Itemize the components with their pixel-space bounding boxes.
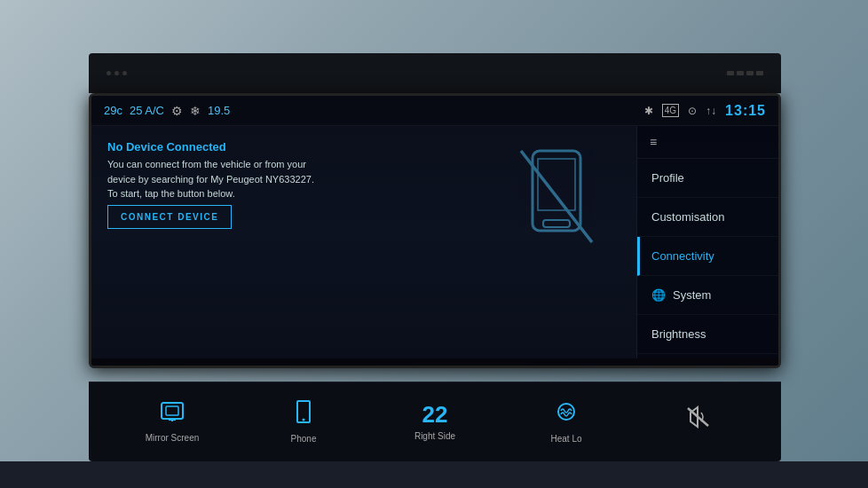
svg-point-8 — [303, 419, 305, 421]
sidebar-item-brightness[interactable]: Brightness — [637, 315, 778, 354]
phone-label: Phone — [291, 434, 317, 444]
crossed-phone-icon — [517, 146, 596, 248]
sidebar-item-customisation[interactable]: Customisation — [637, 198, 778, 237]
sidebar-item-profile[interactable]: Profile — [637, 159, 778, 198]
status-left: 29c 25 A/C ⚙ ❄ 19.5 — [104, 104, 230, 118]
signal-icon: ↑↓ — [706, 105, 716, 117]
sidebar-header: ≡ — [637, 126, 778, 159]
connectivity-label: Connectivity — [651, 249, 714, 263]
left-content-area: No Device Connected You can connect from… — [91, 126, 636, 358]
sidebar-item-connectivity[interactable]: Connectivity — [637, 237, 778, 276]
bezel-right-decoration — [727, 71, 763, 75]
nav-item-phone[interactable]: Phone — [272, 400, 335, 444]
main-area: No Device Connected You can connect from… — [91, 126, 778, 358]
mirror-screen-icon — [160, 401, 185, 428]
mute-icon — [685, 405, 710, 434]
speed-icon: ❄ — [190, 104, 201, 118]
svg-rect-2 — [538, 159, 575, 210]
heat-label: Heat Lo — [550, 434, 581, 444]
temperature-display: 29c — [104, 104, 122, 117]
svg-rect-5 — [166, 406, 178, 415]
ac-display: 25 A/C — [130, 104, 164, 117]
screen-bottom-bar — [91, 358, 778, 366]
right-side-number: 22 — [422, 403, 448, 426]
status-bar: 29c 25 A/C ⚙ ❄ 19.5 ✱ 4G ⊙ ↑↓ 13:15 — [91, 96, 778, 126]
bluetooth-icon: ✱ — [644, 105, 653, 117]
screen-content: 29c 25 A/C ⚙ ❄ 19.5 ✱ 4G ⊙ ↑↓ 13:15 No D… — [91, 96, 778, 366]
customisation-label: Customisation — [651, 210, 724, 224]
hamburger-icon[interactable]: ≡ — [650, 135, 657, 149]
mirror-screen-label: Mirror Screen — [146, 433, 200, 443]
heat-icon — [553, 400, 580, 429]
right-sidebar: ≡ Profile Customisation Connectivity 🌐 S… — [636, 126, 778, 358]
profile-label: Profile — [651, 171, 684, 185]
speed-display: 19.5 — [208, 104, 230, 117]
bezel-left-decoration — [107, 71, 127, 75]
svg-point-9 — [558, 404, 574, 420]
globe-icon: 🌐 — [651, 288, 666, 302]
no-device-description: You can connect from the vehicle or from… — [107, 157, 320, 201]
bottom-physical-bar — [0, 461, 868, 488]
connect-device-button[interactable]: CONNECT DEVICE — [107, 205, 232, 229]
lte-icon: 4G — [662, 104, 679, 117]
svg-rect-1 — [543, 220, 570, 227]
location-icon: ⊙ — [688, 105, 697, 117]
right-side-label: Right Side — [414, 431, 455, 441]
infotainment-screen: 29c 25 A/C ⚙ ❄ 19.5 ✱ 4G ⊙ ↑↓ 13:15 No D… — [89, 93, 781, 368]
fan-icon: ⚙ — [171, 104, 183, 118]
nav-item-mute[interactable] — [667, 405, 729, 439]
bottom-nav-bar: Mirror Screen Phone 22 Right Side Heat L… — [89, 382, 781, 461]
brightness-label: Brightness — [651, 327, 706, 341]
system-label: System — [673, 288, 711, 302]
no-phone-icon-area — [512, 144, 601, 250]
svg-rect-4 — [162, 403, 183, 419]
time-display: 13:15 — [725, 103, 766, 119]
phone-icon — [294, 400, 313, 429]
status-right: ✱ 4G ⊙ ↑↓ 13:15 — [644, 103, 766, 119]
nav-item-heat[interactable]: Heat Lo — [535, 400, 597, 444]
nav-item-mirror-screen[interactable]: Mirror Screen — [141, 401, 203, 443]
nav-item-right-side[interactable]: 22 Right Side — [404, 403, 466, 441]
sidebar-item-system[interactable]: 🌐 System — [637, 276, 778, 315]
screen-top-bezel — [89, 53, 781, 93]
